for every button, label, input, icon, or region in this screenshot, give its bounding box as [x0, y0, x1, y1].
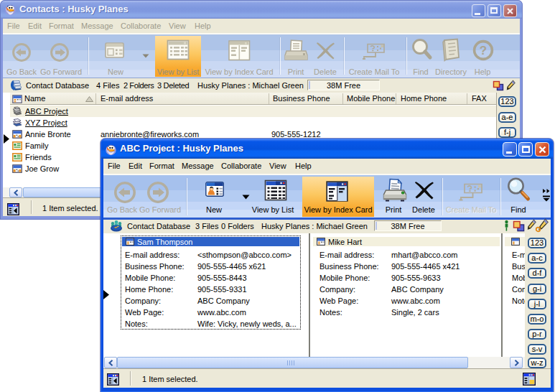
svg-text:?: ?: [480, 44, 487, 57]
